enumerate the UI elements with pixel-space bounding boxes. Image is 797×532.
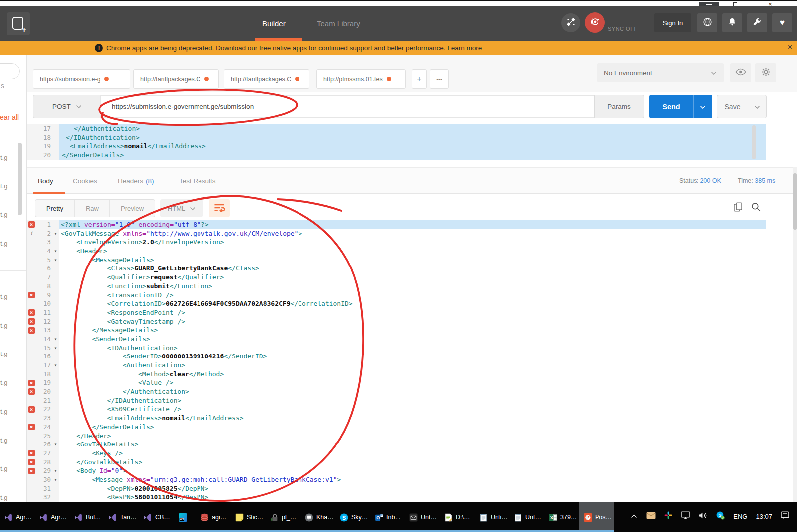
- editor-scrollbar[interactable]: [752, 125, 756, 159]
- fold-arrow-icon[interactable]: ▾: [52, 247, 59, 256]
- history-item[interactable]: t.g: [0, 494, 7, 502]
- sync-button[interactable]: [585, 12, 605, 33]
- history-item[interactable]: t.g: [0, 322, 7, 332]
- sign-in-button[interactable]: Sign In: [654, 13, 691, 32]
- fold-arrow-icon[interactable]: ▾: [52, 440, 59, 449]
- fold-arrow-icon[interactable]: ▾: [52, 229, 59, 238]
- taskbar-item[interactable]: Stic…: [231, 502, 266, 532]
- taskbar-item[interactable]: CB…: [139, 502, 174, 532]
- fold-arrow-icon[interactable]: ▾: [52, 335, 59, 344]
- error-icon[interactable]: ×: [28, 318, 35, 325]
- learn-more-link[interactable]: Learn more: [447, 44, 482, 52]
- save-button[interactable]: Save: [717, 95, 767, 118]
- copy-response-button[interactable]: [731, 201, 744, 215]
- fold-arrow-icon[interactable]: ▾: [52, 344, 59, 353]
- request-tab[interactable]: http://ptmssms.01.tes: [316, 69, 406, 89]
- error-icon[interactable]: ×: [28, 450, 35, 456]
- volume-icon[interactable]: [698, 512, 708, 521]
- fold-arrow-icon[interactable]: ▾: [52, 466, 59, 475]
- taskbar-item[interactable]: Bul…: [70, 502, 104, 532]
- clear-all-link[interactable]: ear all: [0, 113, 19, 121]
- error-icon[interactable]: ×: [28, 292, 35, 298]
- history-item[interactable]: t.g: [0, 437, 7, 446]
- history-item[interactable]: t.g: [0, 408, 7, 418]
- history-item[interactable]: t.g: [0, 465, 7, 475]
- taskbar-item[interactable]: Kha…: [300, 502, 335, 532]
- error-icon[interactable]: ×: [28, 388, 35, 395]
- sidebar-search-input[interactable]: [0, 63, 20, 79]
- error-icon[interactable]: ×: [28, 327, 35, 334]
- url-input[interactable]: https://submission.e-government.ge/submi…: [100, 95, 594, 118]
- history-item[interactable]: t.g: [0, 379, 7, 389]
- new-tab-button[interactable]: +: [7, 12, 30, 35]
- taskbar-item[interactable]: Unt…: [509, 502, 544, 532]
- taskbar-item[interactable]: OInb…: [370, 502, 405, 532]
- send-button[interactable]: Send: [649, 95, 712, 118]
- taskbar-item[interactable]: pl_…: [266, 502, 300, 532]
- history-item[interactable]: t.g: [0, 240, 7, 250]
- history-item[interactable]: t.g: [0, 350, 7, 360]
- error-icon[interactable]: ×: [28, 309, 35, 316]
- method-select[interactable]: POST: [33, 95, 100, 118]
- taskbar-item[interactable]: agi…: [196, 502, 231, 532]
- tab-body[interactable]: Body: [38, 168, 53, 194]
- download-link[interactable]: Download: [216, 44, 246, 52]
- error-icon[interactable]: ×: [28, 468, 35, 474]
- error-icon[interactable]: ×: [28, 380, 35, 386]
- sidebar-scrollbar[interactable]: [18, 143, 22, 215]
- error-icon[interactable]: ×: [28, 424, 35, 430]
- error-icon[interactable]: ×: [28, 406, 35, 413]
- fold-arrow-icon[interactable]: ▾: [52, 361, 59, 370]
- save-options-button[interactable]: [748, 95, 766, 118]
- format-select[interactable]: HTML: [160, 199, 203, 217]
- taskbar-item[interactable]: X379…: [544, 502, 579, 532]
- response-body-viewer[interactable]: ×1<?xml version="1.0" encoding="utf-8"?>…: [27, 220, 766, 502]
- view-raw-button[interactable]: Raw: [75, 200, 110, 217]
- request-tab[interactable]: http://tariffpackages.C: [133, 69, 219, 89]
- action-center-icon[interactable]: [781, 511, 789, 521]
- tab-team-library[interactable]: Team Library: [317, 6, 360, 41]
- error-icon[interactable]: ×: [28, 459, 35, 465]
- view-preview-button[interactable]: Preview: [110, 200, 155, 217]
- environment-preview-button[interactable]: [730, 63, 751, 82]
- wrap-lines-button[interactable]: [209, 199, 230, 217]
- slack-icon[interactable]: [664, 511, 672, 521]
- more-tabs-button[interactable]: •••: [430, 69, 449, 89]
- request-body-editor[interactable]: 17</Authentication>18</IDAuthentication>…: [27, 124, 766, 160]
- history-item[interactable]: t.g: [0, 293, 7, 303]
- interceptor-button[interactable]: [561, 13, 580, 32]
- fold-arrow-icon[interactable]: ▾: [52, 256, 59, 265]
- taskbar-item[interactable]: WS: [174, 502, 196, 532]
- add-tab-button[interactable]: +: [412, 69, 427, 89]
- tray-mail-icon[interactable]: [646, 512, 656, 521]
- taskbar-item[interactable]: Unti…: [475, 502, 509, 532]
- view-pretty-button[interactable]: Pretty: [35, 200, 75, 217]
- request-tab[interactable]: http://tariffpackages.C: [224, 69, 309, 89]
- params-button[interactable]: Params: [594, 95, 644, 118]
- tab-test-results[interactable]: Test Results: [179, 168, 216, 194]
- tab-cookies[interactable]: Cookies: [73, 168, 97, 194]
- taskbar-item[interactable]: Agr…: [0, 502, 35, 532]
- display-icon[interactable]: [681, 511, 690, 521]
- request-tab[interactable]: https://submission.e-g: [33, 69, 130, 89]
- favorites-button[interactable]: ♥: [772, 13, 792, 32]
- taskbar-item[interactable]: SSky…: [335, 502, 370, 532]
- info-icon[interactable]: i: [30, 229, 32, 238]
- error-icon[interactable]: ×: [28, 221, 35, 228]
- language-indicator[interactable]: ENG: [733, 513, 747, 520]
- history-item[interactable]: t.g: [0, 211, 7, 221]
- taskbar-item[interactable]: Unt…: [405, 502, 440, 532]
- tab-builder[interactable]: Builder: [262, 6, 286, 41]
- notifications-button[interactable]: [722, 13, 742, 32]
- settings-wrench-button[interactable]: [747, 13, 767, 32]
- taskbar-item[interactable]: Agr…: [35, 502, 70, 532]
- taskbar-item[interactable]: D:\…: [440, 502, 475, 532]
- banner-close-button[interactable]: ×: [788, 43, 792, 52]
- response-scrollbar-thumb[interactable]: [793, 173, 797, 230]
- taskbar-item[interactable]: Pos…: [579, 502, 614, 532]
- globe-button[interactable]: [697, 13, 717, 32]
- history-item[interactable]: t.g: [0, 154, 7, 164]
- send-options-button[interactable]: [693, 95, 712, 118]
- search-response-button[interactable]: [749, 201, 762, 215]
- history-item[interactable]: t.g: [0, 182, 7, 192]
